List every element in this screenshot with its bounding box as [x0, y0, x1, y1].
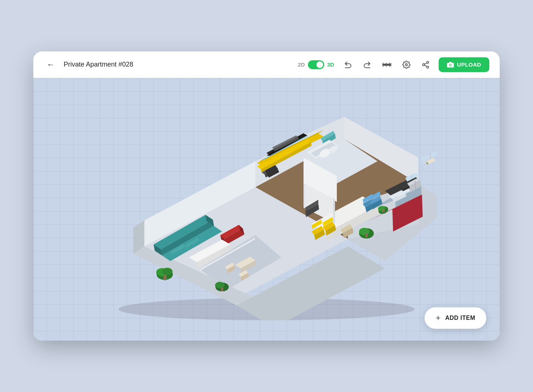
redo-button[interactable]: [361, 58, 373, 71]
svg-rect-1: [383, 62, 383, 66]
svg-rect-101: [365, 234, 368, 237]
camera-icon: [447, 61, 454, 68]
project-title: Private Apartment #028: [64, 61, 133, 68]
view-toggle-switch[interactable]: [308, 60, 324, 69]
share-icon: [422, 61, 430, 69]
svg-rect-3: [386, 62, 386, 66]
svg-line-12: [425, 62, 427, 64]
undo-icon: [344, 61, 352, 69]
add-item-plus-icon: +: [436, 313, 440, 323]
upload-button[interactable]: UPLOAD: [439, 57, 489, 72]
svg-rect-63: [382, 209, 385, 212]
svg-point-81: [162, 268, 172, 275]
view-toggle: 2D 3D: [298, 60, 334, 69]
toolbar-actions: UPLOAD: [342, 57, 489, 72]
undo-button[interactable]: [342, 58, 354, 71]
add-item-label: ADD ITEM: [445, 315, 475, 321]
svg-rect-2: [384, 63, 385, 66]
settings-button[interactable]: [400, 58, 413, 71]
settings-icon: [402, 61, 410, 69]
svg-point-100: [359, 228, 369, 235]
add-item-button[interactable]: + ADD ITEM: [425, 307, 486, 329]
svg-rect-6: [390, 62, 391, 66]
view-2d-label: 2D: [298, 61, 305, 68]
toolbar: ← Private Apartment #028 2D 3D: [33, 51, 500, 78]
view-toggle-group: 2D 3D: [298, 57, 489, 72]
toolbar-left: ← Private Apartment #028: [44, 57, 298, 72]
svg-point-109: [215, 282, 225, 288]
share-button[interactable]: [419, 58, 432, 71]
svg-rect-110: [221, 288, 223, 291]
svg-marker-113: [333, 198, 335, 223]
redo-icon: [363, 61, 371, 69]
svg-rect-5: [389, 62, 390, 66]
svg-rect-82: [164, 275, 167, 280]
svg-line-118: [415, 181, 416, 189]
svg-line-11: [425, 65, 427, 67]
measure-icon: [382, 61, 391, 69]
apartment-svg: [96, 98, 437, 320]
back-button[interactable]: ←: [44, 57, 58, 72]
view-3d-label: 3D: [327, 61, 334, 68]
svg-rect-4: [388, 63, 388, 66]
upload-label: UPLOAD: [457, 61, 481, 68]
canvas-area[interactable]: + ADD ITEM: [33, 78, 500, 341]
measure-button[interactable]: [380, 58, 393, 71]
svg-marker-112: [304, 183, 305, 209]
apartment-scene: [96, 98, 437, 320]
app-card: ← Private Apartment #028 2D 3D: [33, 51, 500, 341]
svg-point-7: [405, 64, 408, 66]
svg-point-14: [450, 64, 451, 65]
svg-rect-0: [382, 64, 391, 65]
